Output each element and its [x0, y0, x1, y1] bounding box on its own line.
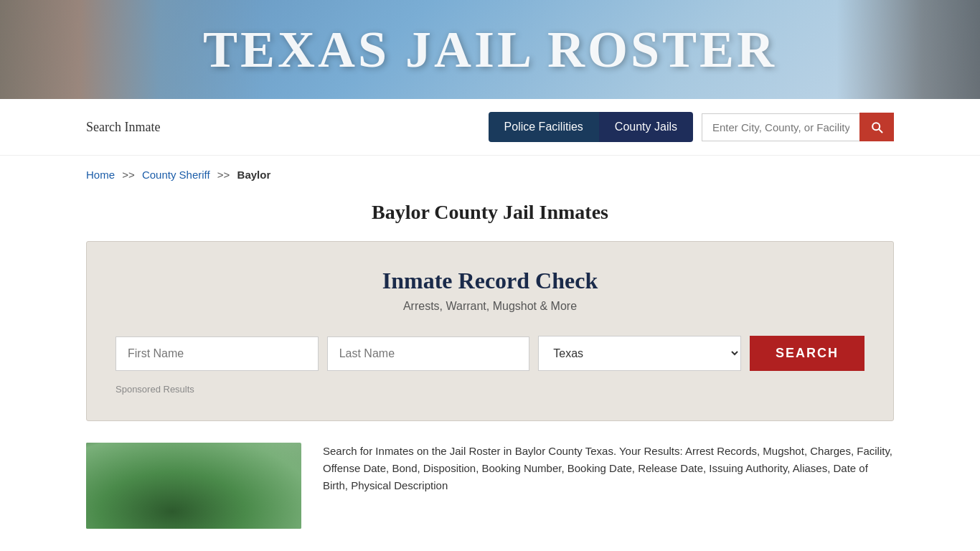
bottom-section: Search for Inmates on the Jail Roster in… [86, 443, 894, 529]
keys-decoration [837, 0, 980, 99]
police-facilities-button[interactable]: Police Facilities [489, 112, 599, 142]
search-submit-button[interactable]: SEARCH [750, 336, 864, 371]
header-banner: Texas Jail Roster [0, 0, 980, 99]
breadcrumb-county-sheriff[interactable]: County Sheriff [142, 169, 210, 181]
record-check-title: Inmate Record Check [116, 268, 864, 294]
first-name-input[interactable] [116, 336, 319, 371]
breadcrumb-home[interactable]: Home [86, 169, 115, 181]
search-icon [870, 120, 884, 134]
record-check-box: Inmate Record Check Arrests, Warrant, Mu… [86, 241, 894, 421]
breadcrumb: Home >> County Sheriff >> Baylor [0, 156, 980, 188]
nav-buttons: Police Facilities County Jails [489, 112, 693, 142]
nav-search-button[interactable] [859, 113, 894, 141]
sponsored-results: Sponsored Results [116, 384, 864, 395]
tree-decoration [86, 443, 301, 529]
state-select[interactable]: AlabamaAlaskaArizonaArkansasCaliforniaCo… [538, 336, 741, 371]
banner-title: Texas Jail Roster [203, 20, 777, 80]
breadcrumb-current: Baylor [237, 169, 271, 181]
record-check-subtitle: Arrests, Warrant, Mugshot & More [116, 300, 864, 313]
breadcrumb-sep2: >> [217, 169, 230, 181]
county-jails-button[interactable]: County Jails [599, 112, 693, 142]
nav-search-wrap [702, 113, 894, 141]
nav-bar: Search Inmate Police Facilities County J… [0, 99, 980, 156]
breadcrumb-sep1: >> [122, 169, 135, 181]
search-form: AlabamaAlaskaArizonaArkansasCaliforniaCo… [116, 336, 864, 371]
search-inmate-label: Search Inmate [86, 120, 160, 135]
page-title: Baylor County Jail Inmates [0, 201, 980, 224]
bottom-image [86, 443, 301, 529]
last-name-input[interactable] [327, 336, 530, 371]
bottom-description: Search for Inmates on the Jail Roster in… [323, 443, 894, 494]
nav-search-input[interactable] [702, 113, 859, 141]
